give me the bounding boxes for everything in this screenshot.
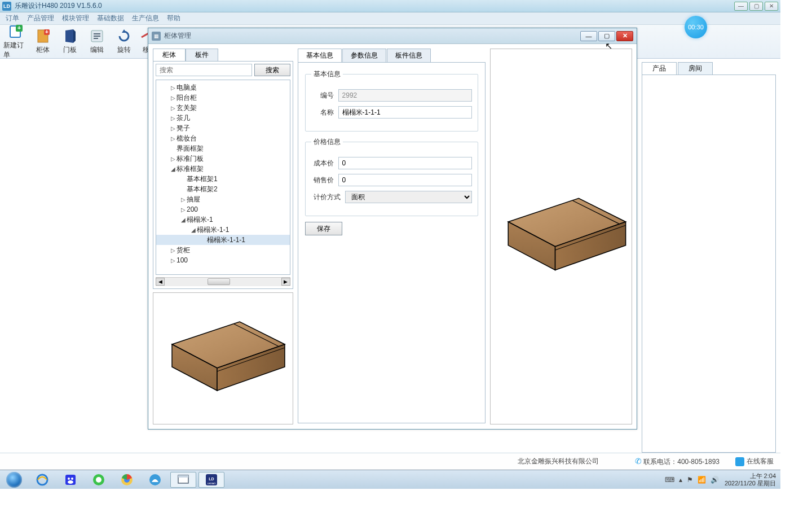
save-button[interactable]: 保存	[305, 222, 342, 235]
service-label: 在线客服	[747, 457, 774, 465]
dialog-minimize-button[interactable]: —	[580, 31, 597, 41]
tree-arrow-icon[interactable]: ◢	[180, 215, 187, 225]
tree-item[interactable]: ▷货柜	[156, 245, 290, 255]
tree-arrow-icon[interactable]: ▷	[170, 93, 176, 103]
tree-item[interactable]: ▷标准门板	[156, 154, 290, 164]
menu-product[interactable]: 产品管理	[27, 14, 54, 23]
taskbar-baidu[interactable]	[58, 472, 83, 488]
tool-new-order[interactable]: + 新建订单	[3, 27, 28, 56]
mid-tab-basic[interactable]: 基本信息	[298, 49, 342, 62]
tool-cabinet[interactable]: + 柜体	[30, 27, 55, 56]
svg-point-23	[68, 478, 70, 480]
tray-vol-icon[interactable]: 🔊	[710, 476, 719, 484]
tool-rotate[interactable]: 旋转	[112, 27, 136, 56]
tree-item-label: 抽屉	[187, 195, 200, 203]
tree-item[interactable]: ◢榻榻米-1-1	[156, 225, 290, 235]
tree-arrow-icon[interactable]: ▷	[170, 103, 176, 113]
tool-label: 新建订单	[3, 41, 28, 60]
menu-order[interactable]: 订单	[6, 14, 19, 23]
tree-item[interactable]: ▷凳子	[156, 123, 290, 133]
door-icon	[62, 28, 78, 44]
tree-arrow-icon[interactable]: ▷	[180, 205, 187, 215]
name-field[interactable]	[338, 106, 472, 119]
tree-item[interactable]: 基本框架1	[156, 174, 290, 184]
taskbar-clock[interactable]: 上午 2:04 2022/11/20 星期日	[725, 472, 776, 486]
phone-label: 联系电话：	[643, 458, 677, 466]
tree-item[interactable]: ▷玄关架	[156, 103, 290, 113]
search-button[interactable]: 搜索	[254, 64, 290, 76]
tree-item[interactable]: ▷阳台柜	[156, 93, 290, 103]
taskbar-app1[interactable]	[142, 472, 168, 488]
tree-view[interactable]: ▷电脑桌▷阳台柜▷玄关架▷茶几▷凳子▷梳妆台界面框架▷标准门板◢标准框架基本框架…	[156, 80, 290, 275]
menu-help[interactable]: 帮助	[167, 14, 180, 23]
taskbar-lediao[interactable]: LDLEDIAO	[198, 472, 224, 488]
cost-field[interactable]	[338, 157, 472, 169]
sale-field[interactable]	[338, 174, 472, 186]
mid-tab-params[interactable]: 参数信息	[342, 49, 386, 62]
search-input[interactable]	[156, 64, 252, 76]
online-service[interactable]: 在线客服	[735, 457, 774, 466]
tab-room[interactable]: 房间	[678, 62, 713, 75]
tree-arrow-icon[interactable]: ▷	[170, 154, 176, 164]
tree-scrollbar[interactable]: ◀ ▶	[156, 277, 290, 286]
menu-module[interactable]: 模块管理	[62, 14, 89, 23]
tray-flag-icon[interactable]: ⚑	[687, 476, 693, 484]
tree-arrow-icon[interactable]: ▷	[170, 83, 176, 93]
tree-item[interactable]: ▷茶几	[156, 113, 290, 123]
tray-arrow-icon[interactable]: ▴	[679, 476, 682, 484]
tray-net-icon[interactable]: 📶	[698, 476, 706, 484]
tree-arrow-icon[interactable]: ▷	[180, 195, 187, 205]
tool-door[interactable]: 门板	[58, 27, 82, 56]
start-button[interactable]	[2, 471, 26, 488]
tree-item[interactable]: ▷梳妆台	[156, 133, 290, 143]
tool-label: 旋转	[117, 45, 131, 55]
restore-button[interactable]: ▢	[749, 2, 763, 11]
group-price-info: 价格信息 成本价 销售价 计价方式 面积	[305, 137, 478, 216]
svg-point-21	[37, 475, 47, 485]
tree-arrow-icon[interactable]: ▷	[170, 113, 176, 124]
tree-item[interactable]: ▷电脑桌	[156, 82, 290, 93]
chat-icon	[735, 457, 744, 466]
dialog-icon: ▦	[152, 32, 161, 41]
tree-item[interactable]: ▷抽屉	[156, 194, 290, 204]
tree-item[interactable]: 榻榻米-1-1-1	[156, 235, 290, 245]
close-button[interactable]: ✕	[765, 2, 778, 11]
tool-edit[interactable]: 编辑	[85, 27, 109, 56]
menu-basedata[interactable]: 基础数据	[97, 14, 124, 23]
tree-item[interactable]: 基本框架2	[156, 184, 290, 194]
taskbar-chrome[interactable]	[114, 472, 140, 488]
tree-item[interactable]: ◢标准框架	[156, 164, 290, 174]
tree-arrow-icon[interactable]: ◢	[190, 225, 197, 235]
tree-arrow-icon[interactable]: ▷	[170, 134, 176, 144]
pricing-method-select[interactable]: 面积	[345, 191, 472, 203]
svg-marker-7	[73, 29, 76, 43]
tree-arrow-icon[interactable]: ▷	[170, 124, 176, 134]
minimize-button[interactable]: —	[734, 2, 748, 11]
tab-product[interactable]: 产品	[642, 62, 677, 75]
taskbar-explorer[interactable]	[170, 472, 196, 488]
scroll-thumb[interactable]	[208, 278, 230, 285]
left-3d-preview	[153, 292, 293, 424]
svg-text:LEDIAO: LEDIAO	[208, 482, 216, 485]
cabinet-icon: +	[35, 28, 51, 44]
app-icon: LD	[2, 2, 11, 11]
menu-production[interactable]: 生产信息	[132, 14, 159, 23]
tree-item[interactable]: ▷200	[156, 204, 290, 214]
dialog-maximize-button[interactable]: ▢	[598, 31, 615, 41]
scroll-left-icon[interactable]: ◀	[156, 278, 165, 286]
taskbar-ie[interactable]	[29, 472, 55, 488]
tray-keyboard-icon[interactable]: ⌨	[665, 476, 674, 484]
tree-item[interactable]: 界面框架	[156, 143, 290, 154]
left-tab-panel[interactable]: 板件	[186, 49, 218, 61]
tree-item[interactable]: ▷100	[156, 255, 290, 265]
scroll-right-icon[interactable]: ▶	[281, 278, 290, 286]
cost-label: 成本价	[311, 159, 334, 168]
tree-item[interactable]: ◢榻榻米-1	[156, 214, 290, 225]
taskbar-360[interactable]	[86, 472, 112, 488]
tree-arrow-icon[interactable]: ▷	[170, 256, 176, 266]
tree-arrow-icon[interactable]: ◢	[170, 164, 176, 174]
mid-tab-panels[interactable]: 板件信息	[387, 49, 431, 62]
dialog-close-button[interactable]: ✕	[616, 31, 633, 41]
left-tab-cabinet[interactable]: 柜体	[153, 49, 186, 61]
tree-arrow-icon[interactable]: ▷	[170, 246, 176, 256]
